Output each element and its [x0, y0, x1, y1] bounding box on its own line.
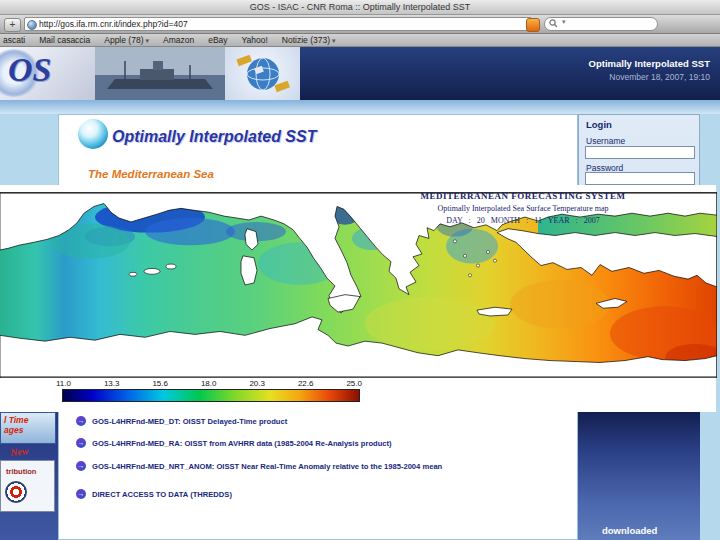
map-title: MEDITERRANEAN FORECASTING SYSTEM — [388, 191, 658, 201]
bookmark-item[interactable]: ascati — [3, 34, 25, 46]
header-banner: Optimally Interpolated SST November 18, … — [300, 47, 720, 100]
link-arrow-icon — [76, 461, 86, 471]
color-scale-labels: 11.0 13.3 15.6 18.0 20.3 22.6 25.0 — [56, 379, 362, 388]
url-input[interactable]: http://gos.ifa.rm.cnr.it/index.php?id=40… — [24, 17, 532, 31]
page-action-icon[interactable] — [526, 18, 540, 32]
map-date: DAY : 20 MONTH : 11 YEAR : 2007 — [388, 216, 658, 225]
page-subtitle: The Mediterranean Sea — [88, 168, 214, 180]
bookmark-item[interactable]: Mail casaccia — [39, 34, 90, 46]
new-badge: New — [9, 445, 28, 458]
bookmark-item[interactable]: Yahoo! — [242, 34, 268, 46]
link-arrow-icon — [76, 489, 86, 499]
username-label: Username — [586, 136, 625, 146]
ship-photo — [95, 47, 225, 100]
globe-icon — [27, 20, 37, 30]
window-title: GOS - ISAC - CNR Roma :: Optimally Inter… — [0, 0, 720, 15]
product-link-ra[interactable]: GOS-L4HRFnd-MED_RA: OISST from AVHRR dat… — [76, 438, 392, 448]
link-arrow-icon — [76, 438, 86, 448]
bookmark-item[interactable]: eBay — [208, 34, 227, 46]
map-captions: MEDITERRANEAN FORECASTING SYSTEM Optimal… — [388, 191, 658, 225]
direct-access-link[interactable]: DIRECT ACCESS TO DATA (THREDDS) — [76, 489, 232, 499]
username-input[interactable] — [585, 146, 695, 159]
search-options-caret-icon[interactable]: ▾ — [562, 18, 566, 26]
sidebar-item-distribution[interactable]: tribution — [0, 460, 55, 512]
password-input[interactable] — [585, 172, 695, 185]
bookmark-folder[interactable]: Notizie (373) — [282, 34, 336, 46]
right-lower-panel — [578, 412, 700, 540]
page-title: Optimally Interpolated SST — [112, 128, 316, 146]
bookmarks-bar: ascati Mail casaccia Apple (78) Amazon e… — [0, 34, 720, 47]
link-arrow-icon — [76, 416, 86, 426]
map-subtitle: Optimally Interpolated Sea Surface Tempe… — [388, 204, 658, 213]
product-link-nrt-anom[interactable]: GOS-L4HRFnd-MED_NRT_ANOM: OISST Near Rea… — [76, 461, 442, 471]
gos-logo: OS — [0, 47, 95, 100]
search-icon — [549, 19, 558, 28]
bookmark-folder[interactable]: Apple (78) — [104, 34, 149, 46]
bookmark-item[interactable]: Amazon — [163, 34, 194, 46]
new-tab-button[interactable]: + — [4, 18, 21, 32]
ring-logo-icon — [5, 481, 27, 503]
downloaded-label: downloaded — [602, 525, 657, 536]
browser-window: GOS - ISAC - CNR Roma :: Optimally Inter… — [0, 0, 720, 540]
sst-map-image: MEDITERRANEAN FORECASTING SYSTEM Optimal… — [0, 185, 716, 412]
oisst-circle-icon — [78, 119, 108, 149]
satellite-globe-graphic — [225, 47, 300, 100]
banner-title: Optimally Interpolated SST — [300, 58, 710, 69]
banner-datetime: November 18, 2007, 19:10 — [300, 72, 710, 82]
page-nav-strip — [0, 100, 720, 114]
color-scale-bar — [62, 389, 360, 402]
sidebar-item-real-time-images[interactable]: l Time ages — [0, 412, 56, 444]
product-link-dt[interactable]: GOS-L4HRFnd-MED_DT: OISST Delayed-Time p… — [76, 416, 287, 426]
login-title: Login — [586, 119, 612, 130]
